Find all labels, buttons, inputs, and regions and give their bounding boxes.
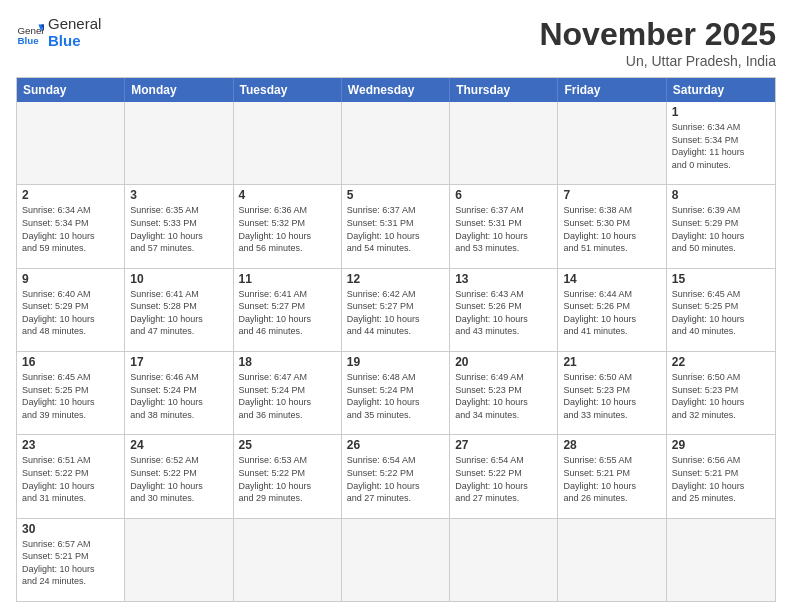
- calendar-cell: [450, 519, 558, 601]
- day-number: 21: [563, 355, 660, 369]
- day-info: Sunrise: 6:39 AM Sunset: 5:29 PM Dayligh…: [672, 204, 770, 254]
- month-title: November 2025: [539, 16, 776, 53]
- calendar-cell: 12Sunrise: 6:42 AM Sunset: 5:27 PM Dayli…: [342, 269, 450, 351]
- calendar-row: 30Sunrise: 6:57 AM Sunset: 5:21 PM Dayli…: [17, 519, 775, 601]
- day-info: Sunrise: 6:40 AM Sunset: 5:29 PM Dayligh…: [22, 288, 119, 338]
- day-number: 24: [130, 438, 227, 452]
- calendar-cell: 30Sunrise: 6:57 AM Sunset: 5:21 PM Dayli…: [17, 519, 125, 601]
- calendar-cell: 24Sunrise: 6:52 AM Sunset: 5:22 PM Dayli…: [125, 435, 233, 517]
- day-number: 23: [22, 438, 119, 452]
- day-info: Sunrise: 6:34 AM Sunset: 5:34 PM Dayligh…: [22, 204, 119, 254]
- day-info: Sunrise: 6:56 AM Sunset: 5:21 PM Dayligh…: [672, 454, 770, 504]
- calendar-cell: [342, 102, 450, 184]
- calendar-row: 2Sunrise: 6:34 AM Sunset: 5:34 PM Daylig…: [17, 185, 775, 268]
- calendar-cell: 26Sunrise: 6:54 AM Sunset: 5:22 PM Dayli…: [342, 435, 450, 517]
- calendar-header-cell: Thursday: [450, 78, 558, 102]
- calendar-cell: 29Sunrise: 6:56 AM Sunset: 5:21 PM Dayli…: [667, 435, 775, 517]
- calendar-cell: 23Sunrise: 6:51 AM Sunset: 5:22 PM Dayli…: [17, 435, 125, 517]
- calendar-cell: 19Sunrise: 6:48 AM Sunset: 5:24 PM Dayli…: [342, 352, 450, 434]
- calendar-cell: 25Sunrise: 6:53 AM Sunset: 5:22 PM Dayli…: [234, 435, 342, 517]
- day-number: 6: [455, 188, 552, 202]
- logo-blue-text: Blue: [48, 33, 101, 50]
- page: General Blue General Blue November 2025 …: [0, 0, 792, 612]
- calendar-row: 9Sunrise: 6:40 AM Sunset: 5:29 PM Daylig…: [17, 269, 775, 352]
- day-number: 29: [672, 438, 770, 452]
- calendar-cell: 9Sunrise: 6:40 AM Sunset: 5:29 PM Daylig…: [17, 269, 125, 351]
- calendar-cell: 13Sunrise: 6:43 AM Sunset: 5:26 PM Dayli…: [450, 269, 558, 351]
- calendar-cell: 27Sunrise: 6:54 AM Sunset: 5:22 PM Dayli…: [450, 435, 558, 517]
- day-info: Sunrise: 6:46 AM Sunset: 5:24 PM Dayligh…: [130, 371, 227, 421]
- day-number: 8: [672, 188, 770, 202]
- calendar-cell: [125, 102, 233, 184]
- day-info: Sunrise: 6:50 AM Sunset: 5:23 PM Dayligh…: [672, 371, 770, 421]
- calendar: SundayMondayTuesdayWednesdayThursdayFrid…: [16, 77, 776, 602]
- day-info: Sunrise: 6:55 AM Sunset: 5:21 PM Dayligh…: [563, 454, 660, 504]
- day-info: Sunrise: 6:35 AM Sunset: 5:33 PM Dayligh…: [130, 204, 227, 254]
- logo: General Blue General Blue: [16, 16, 101, 49]
- calendar-cell: [558, 519, 666, 601]
- day-number: 16: [22, 355, 119, 369]
- svg-text:Blue: Blue: [17, 35, 39, 46]
- calendar-cell: 2Sunrise: 6:34 AM Sunset: 5:34 PM Daylig…: [17, 185, 125, 267]
- day-number: 10: [130, 272, 227, 286]
- day-info: Sunrise: 6:52 AM Sunset: 5:22 PM Dayligh…: [130, 454, 227, 504]
- calendar-header-cell: Friday: [558, 78, 666, 102]
- calendar-cell: 22Sunrise: 6:50 AM Sunset: 5:23 PM Dayli…: [667, 352, 775, 434]
- day-info: Sunrise: 6:44 AM Sunset: 5:26 PM Dayligh…: [563, 288, 660, 338]
- calendar-header-cell: Saturday: [667, 78, 775, 102]
- day-number: 11: [239, 272, 336, 286]
- calendar-cell: 10Sunrise: 6:41 AM Sunset: 5:28 PM Dayli…: [125, 269, 233, 351]
- day-number: 18: [239, 355, 336, 369]
- day-number: 30: [22, 522, 119, 536]
- calendar-cell: 20Sunrise: 6:49 AM Sunset: 5:23 PM Dayli…: [450, 352, 558, 434]
- logo-icon: General Blue: [16, 19, 44, 47]
- day-number: 20: [455, 355, 552, 369]
- calendar-cell: 7Sunrise: 6:38 AM Sunset: 5:30 PM Daylig…: [558, 185, 666, 267]
- day-number: 28: [563, 438, 660, 452]
- calendar-cell: [125, 519, 233, 601]
- day-info: Sunrise: 6:34 AM Sunset: 5:34 PM Dayligh…: [672, 121, 770, 171]
- calendar-cell: 18Sunrise: 6:47 AM Sunset: 5:24 PM Dayli…: [234, 352, 342, 434]
- day-info: Sunrise: 6:48 AM Sunset: 5:24 PM Dayligh…: [347, 371, 444, 421]
- calendar-cell: [234, 519, 342, 601]
- calendar-cell: 6Sunrise: 6:37 AM Sunset: 5:31 PM Daylig…: [450, 185, 558, 267]
- day-number: 15: [672, 272, 770, 286]
- day-info: Sunrise: 6:54 AM Sunset: 5:22 PM Dayligh…: [347, 454, 444, 504]
- logo-general-text: General: [48, 16, 101, 33]
- calendar-cell: 1Sunrise: 6:34 AM Sunset: 5:34 PM Daylig…: [667, 102, 775, 184]
- day-number: 22: [672, 355, 770, 369]
- calendar-header-cell: Monday: [125, 78, 233, 102]
- day-number: 1: [672, 105, 770, 119]
- day-info: Sunrise: 6:45 AM Sunset: 5:25 PM Dayligh…: [22, 371, 119, 421]
- calendar-row: 16Sunrise: 6:45 AM Sunset: 5:25 PM Dayli…: [17, 352, 775, 435]
- calendar-header-cell: Wednesday: [342, 78, 450, 102]
- calendar-cell: [17, 102, 125, 184]
- day-info: Sunrise: 6:45 AM Sunset: 5:25 PM Dayligh…: [672, 288, 770, 338]
- day-number: 7: [563, 188, 660, 202]
- day-info: Sunrise: 6:37 AM Sunset: 5:31 PM Dayligh…: [347, 204, 444, 254]
- calendar-cell: 3Sunrise: 6:35 AM Sunset: 5:33 PM Daylig…: [125, 185, 233, 267]
- day-info: Sunrise: 6:57 AM Sunset: 5:21 PM Dayligh…: [22, 538, 119, 588]
- day-number: 5: [347, 188, 444, 202]
- header: General Blue General Blue November 2025 …: [16, 16, 776, 69]
- day-number: 9: [22, 272, 119, 286]
- calendar-cell: 16Sunrise: 6:45 AM Sunset: 5:25 PM Dayli…: [17, 352, 125, 434]
- calendar-header: SundayMondayTuesdayWednesdayThursdayFrid…: [17, 78, 775, 102]
- calendar-cell: 14Sunrise: 6:44 AM Sunset: 5:26 PM Dayli…: [558, 269, 666, 351]
- day-number: 17: [130, 355, 227, 369]
- day-info: Sunrise: 6:38 AM Sunset: 5:30 PM Dayligh…: [563, 204, 660, 254]
- calendar-header-cell: Tuesday: [234, 78, 342, 102]
- day-info: Sunrise: 6:47 AM Sunset: 5:24 PM Dayligh…: [239, 371, 336, 421]
- day-info: Sunrise: 6:49 AM Sunset: 5:23 PM Dayligh…: [455, 371, 552, 421]
- calendar-cell: 5Sunrise: 6:37 AM Sunset: 5:31 PM Daylig…: [342, 185, 450, 267]
- calendar-cell: [342, 519, 450, 601]
- calendar-cell: [667, 519, 775, 601]
- calendar-cell: 17Sunrise: 6:46 AM Sunset: 5:24 PM Dayli…: [125, 352, 233, 434]
- calendar-cell: 11Sunrise: 6:41 AM Sunset: 5:27 PM Dayli…: [234, 269, 342, 351]
- calendar-row: 23Sunrise: 6:51 AM Sunset: 5:22 PM Dayli…: [17, 435, 775, 518]
- day-info: Sunrise: 6:41 AM Sunset: 5:28 PM Dayligh…: [130, 288, 227, 338]
- day-number: 3: [130, 188, 227, 202]
- calendar-row: 1Sunrise: 6:34 AM Sunset: 5:34 PM Daylig…: [17, 102, 775, 185]
- day-info: Sunrise: 6:51 AM Sunset: 5:22 PM Dayligh…: [22, 454, 119, 504]
- day-number: 13: [455, 272, 552, 286]
